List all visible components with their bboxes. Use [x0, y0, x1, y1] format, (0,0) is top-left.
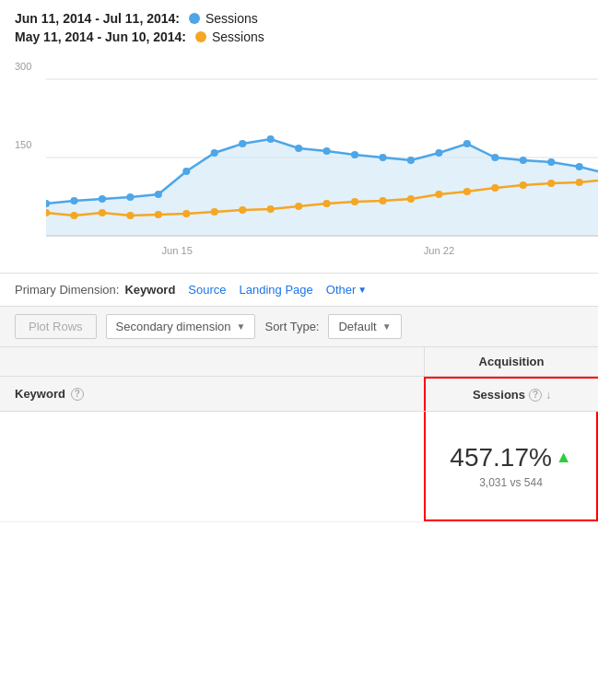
legend-date-1: Jun 11, 2014 - Jul 11, 2014: [15, 11, 180, 26]
svg-point-10 [211, 208, 218, 216]
svg-point-42 [547, 158, 555, 166]
sessions-column-header[interactable]: Sessions ? ↓ [424, 377, 598, 411]
sessions-comparison-value: 3,031 vs 544 [479, 476, 543, 489]
sessions-header-label: Sessions [473, 388, 525, 402]
sort-default-dropdown[interactable]: Default ▼ [328, 314, 401, 339]
sessions-percent-value: 457.17% ▲ [450, 443, 571, 472]
svg-point-16 [379, 197, 386, 204]
table-sub-header-row: Keyword ? Sessions ? ↓ [0, 377, 598, 412]
svg-point-28 [155, 191, 162, 198]
svg-point-35 [351, 151, 358, 158]
svg-point-18 [435, 191, 442, 198]
svg-text:Jun 22: Jun 22 [424, 245, 455, 256]
svg-point-32 [267, 135, 275, 143]
keyword-header-label: Keyword [15, 387, 65, 401]
svg-point-23 [576, 179, 583, 186]
secondary-dimension-label: Secondary dimension [116, 320, 231, 333]
legend-metric-2: Sessions [212, 29, 264, 44]
sort-type-label: Sort Type: [264, 320, 319, 333]
svg-point-22 [547, 180, 555, 187]
sessions-value-cell: 457.17% ▲ 3,031 vs 544 [424, 412, 598, 521]
svg-point-6 [99, 209, 106, 216]
sessions-percent-text: 457.17% [450, 443, 552, 472]
y-label-300: 300 [15, 61, 31, 72]
acquisition-header: Acquisition [424, 347, 598, 376]
dimension-other-label: Other [326, 283, 357, 297]
chart-area: 300 150 [0, 52, 598, 273]
dimension-keyword: Keyword [124, 283, 175, 297]
svg-point-13 [295, 203, 302, 210]
svg-point-19 [463, 188, 471, 195]
table-acquisition-header-row: Acquisition [0, 347, 598, 377]
y-label-150: 150 [15, 139, 31, 150]
svg-text:Jun 15: Jun 15 [161, 245, 193, 256]
svg-point-7 [126, 212, 134, 219]
svg-point-37 [407, 157, 415, 164]
svg-point-11 [239, 206, 246, 214]
svg-point-14 [323, 200, 331, 207]
sort-default-arrow-icon: ▼ [382, 321, 392, 332]
secondary-dimension-dropdown[interactable]: Secondary dimension ▼ [106, 314, 256, 339]
svg-point-15 [351, 198, 358, 205]
sessions-help-icon[interactable]: ? [529, 389, 542, 402]
legend-date-2: May 11, 2014 - Jun 10, 2014: [15, 29, 186, 44]
svg-point-29 [182, 168, 190, 175]
blue-dot-icon [189, 13, 200, 24]
dimension-other-dropdown[interactable]: Other ▼ [326, 283, 367, 297]
orange-dot-icon [195, 31, 206, 42]
svg-point-5 [70, 212, 77, 219]
svg-point-31 [239, 140, 246, 147]
primary-dimension-bar: Primary Dimension: Keyword Source Landin… [0, 273, 598, 306]
svg-point-40 [491, 154, 498, 161]
svg-point-39 [463, 140, 471, 147]
svg-point-27 [126, 193, 134, 201]
plot-rows-button[interactable]: Plot Rows [15, 314, 97, 339]
data-table: Acquisition Keyword ? Sessions ? ↓ 457.1… [0, 347, 598, 522]
legend-section: Jun 11, 2014 - Jul 11, 2014: Sessions Ma… [0, 0, 598, 52]
svg-point-41 [520, 157, 527, 164]
table-row: 457.17% ▲ 3,031 vs 544 [0, 412, 598, 522]
legend-row-1: Jun 11, 2014 - Jul 11, 2014: Sessions [15, 11, 583, 26]
svg-point-17 [407, 195, 415, 203]
svg-point-9 [182, 210, 190, 217]
svg-point-43 [576, 163, 583, 170]
keyword-help-icon[interactable]: ? [71, 388, 84, 401]
dimension-source-link[interactable]: Source [188, 283, 226, 297]
legend-metric-1: Sessions [205, 11, 258, 26]
svg-point-36 [379, 154, 386, 161]
svg-point-34 [323, 147, 331, 155]
toolbar: Plot Rows Secondary dimension ▼ Sort Typ… [0, 306, 598, 347]
primary-dimension-label: Primary Dimension: [15, 283, 119, 297]
sessions-sort-icon[interactable]: ↓ [545, 389, 551, 402]
svg-point-21 [520, 181, 527, 189]
svg-point-8 [155, 211, 162, 218]
secondary-dimension-arrow-icon: ▼ [237, 321, 246, 332]
svg-point-25 [70, 197, 77, 204]
svg-point-20 [491, 184, 498, 192]
svg-point-26 [99, 195, 106, 203]
keyword-column-header: Keyword ? [0, 377, 424, 411]
svg-point-33 [295, 145, 302, 152]
svg-point-38 [435, 149, 442, 157]
sort-default-label: Default [338, 320, 376, 333]
dimension-landing-page-link[interactable]: Landing Page [240, 283, 313, 297]
legend-row-2: May 11, 2014 - Jun 10, 2014: Sessions [15, 29, 583, 44]
svg-marker-3 [46, 139, 598, 236]
sessions-up-arrow-icon: ▲ [556, 448, 572, 467]
other-dropdown-arrow-icon: ▼ [358, 285, 367, 295]
chart-svg: Jun 15 Jun 22 [46, 52, 598, 273]
svg-point-30 [211, 149, 218, 157]
keyword-cell [0, 412, 424, 521]
svg-point-12 [267, 205, 275, 213]
